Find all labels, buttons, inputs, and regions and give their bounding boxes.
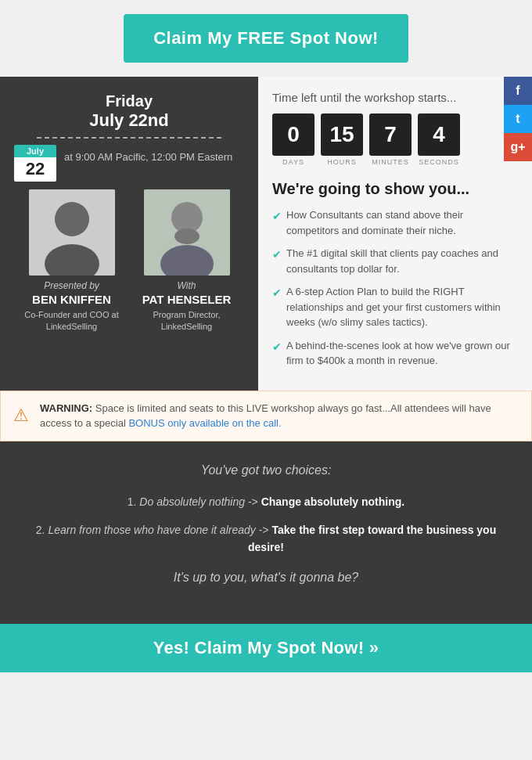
bottom-cta-section: Yes! Claim My Spot Now! » (0, 624, 532, 672)
main-content-row: Friday July 22nd July 22 at 9:00 AM Paci… (0, 77, 532, 391)
choice-2-italic: Learn from those who have done it alread… (48, 524, 255, 536)
dotted-divider (37, 137, 221, 139)
calendar-icon: July 22 (14, 145, 56, 182)
countdown-row: 0 DAYS 15 HOURS 7 MINUTES 4 SECONDS (272, 113, 518, 166)
bullet-item-4: ✔ A behind-the-scenes look at how we've … (272, 338, 518, 369)
choice-2: 2. Learn from those who have done it alr… (31, 521, 501, 556)
presenter-1: Presented by BEN KNIFFEN Co-Founder and … (17, 189, 127, 333)
presenter-2-title: Program Director, LinkedSelling (132, 309, 242, 333)
twitter-button[interactable]: t (504, 105, 532, 133)
closing-text: It's up to you, what's it gonna be? (31, 571, 501, 585)
countdown-seconds-value: 4 (418, 113, 460, 156)
choice-1-bold: Change absolutely nothing. (261, 495, 405, 508)
countdown-seconds: 4 SECONDS (418, 113, 460, 166)
bullet-item-3: ✔ A 6-step Action Plan to build the RIGH… (272, 284, 518, 330)
cal-day: 22 (14, 157, 56, 182)
date-header: Friday July 22nd (14, 92, 244, 131)
countdown-minutes-label: MINUTES (372, 158, 409, 166)
countdown-minutes-value: 7 (369, 113, 412, 156)
choice-1-arrow: -> (248, 495, 258, 508)
bottom-dark-section: You've got two choices: 1. Do absolutely… (0, 441, 532, 624)
facebook-button[interactable]: f (504, 77, 532, 105)
right-panel: Time left until the workshop starts... 0… (258, 77, 532, 391)
social-sidebar: f t g+ (504, 77, 532, 161)
svg-point-5 (174, 229, 200, 244)
googleplus-button[interactable]: g+ (504, 133, 532, 161)
day-name: Friday (14, 92, 244, 110)
countdown-hours: 15 HOURS (321, 113, 363, 166)
arrow-down-container (31, 593, 501, 608)
top-cta-button[interactable]: Claim My FREE Spot Now! (124, 14, 408, 63)
warning-bold: WARNING: (40, 402, 92, 414)
countdown-days: 0 DAYS (272, 113, 315, 166)
warning-icon: ⚠ (13, 405, 29, 426)
warning-bar: ⚠ WARNING: Space is limited and seats to… (0, 391, 532, 441)
bullet-text-2: The #1 digital skill that clients pay co… (286, 246, 518, 276)
bullet-item-1: ✔ How Consultants can stand above their … (272, 207, 518, 238)
countdown-seconds-label: SECONDS (419, 158, 459, 166)
checkmark-4: ✔ (272, 339, 282, 355)
two-choices-intro: You've got two choices: (31, 463, 501, 477)
time-line: at 9:00 AM Pacific, 12:00 PM Eastern (64, 151, 232, 163)
choice-1-italic: Do absolutely nothing (139, 495, 245, 508)
presenter-1-photo (29, 189, 115, 276)
bullet-list: ✔ How Consultants can stand above their … (272, 207, 518, 369)
countdown-days-label: DAYS (282, 158, 304, 166)
bullet-text-3: A 6-step Action Plan to build the RIGHT … (286, 284, 518, 330)
checkmark-2: ✔ (272, 247, 282, 263)
countdown-days-value: 0 (272, 113, 315, 156)
countdown-hours-label: HOURS (327, 158, 357, 166)
top-cta-section: Claim My FREE Spot Now! (0, 0, 532, 77)
countdown-minutes: 7 MINUTES (369, 113, 412, 166)
svg-point-1 (55, 202, 89, 236)
warning-link: BONUS only available on the call. (128, 417, 281, 429)
choice-1-num: 1. (128, 495, 137, 508)
presenter-2: With PAT HENSELER Program Director, Link… (132, 189, 242, 333)
presenter-1-name: BEN KNIFFEN (17, 293, 127, 306)
presenters-row: Presented by BEN KNIFFEN Co-Founder and … (14, 189, 244, 333)
checkmark-3: ✔ (272, 285, 282, 301)
countdown-hours-value: 15 (321, 113, 363, 156)
presenter-2-with: With (132, 280, 242, 291)
checkmark-1: ✔ (272, 208, 282, 225)
arrow-down-shape (252, 593, 280, 608)
bullet-item-2: ✔ The #1 digital skill that clients pay … (272, 246, 518, 276)
bottom-cta-button[interactable]: Yes! Claim My Spot Now! » (153, 638, 379, 658)
presenter-1-label: Presented by (17, 280, 127, 291)
choice-2-bold: Take the first step toward the business … (248, 524, 496, 553)
presenter-2-name: PAT HENSELER (132, 293, 242, 306)
warning-text: WARNING: Space is limited and seats to t… (40, 401, 519, 431)
presenter-2-photo (144, 189, 230, 276)
timer-title: Time left until the workshop starts... (272, 91, 518, 104)
date-line: July 22nd (14, 110, 244, 131)
choice-2-arrow: -> (259, 524, 269, 536)
bullet-text-1: How Consultants can stand above their co… (286, 207, 518, 238)
cal-month: July (14, 145, 56, 157)
choice-1: 1. Do absolutely nothing -> Change absol… (31, 493, 501, 510)
bullet-text-4: A behind-the-scenes look at how we've gr… (286, 338, 518, 369)
page-wrapper: Claim My FREE Spot Now! Friday July 22nd… (0, 0, 532, 760)
show-you-title: We're going to show you... (272, 180, 518, 198)
left-panel: Friday July 22nd July 22 at 9:00 AM Paci… (0, 77, 258, 391)
presenter-1-title: Co-Founder and COO at LinkedSelling (17, 309, 127, 333)
choice-2-num: 2. (36, 524, 45, 536)
